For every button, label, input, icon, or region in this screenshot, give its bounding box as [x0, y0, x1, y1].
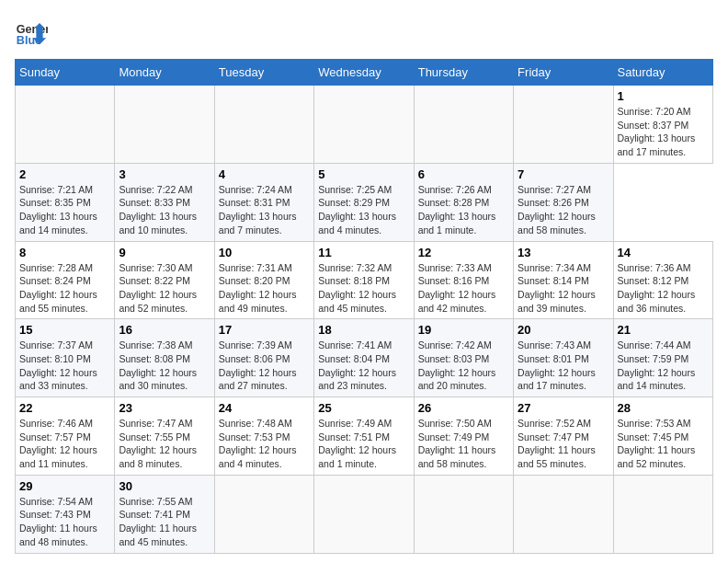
day-number: 4	[219, 167, 310, 181]
calendar-day-cell: 21Sunrise: 7:44 AMSunset: 7:59 PMDayligh…	[613, 319, 712, 397]
day-info: Sunrise: 7:22 AMSunset: 8:33 PMDaylight:…	[119, 183, 210, 237]
calendar-day-cell: 1Sunrise: 7:20 AMSunset: 8:37 PMDaylight…	[613, 86, 712, 164]
day-number: 1	[618, 89, 709, 103]
day-number: 3	[119, 167, 210, 181]
day-info: Sunrise: 7:42 AMSunset: 8:03 PMDaylight:…	[418, 339, 509, 393]
logo: General Blue	[15, 15, 48, 48]
day-number: 8	[19, 246, 110, 259]
calendar-day-cell: 28Sunrise: 7:53 AMSunset: 7:45 PMDayligh…	[613, 397, 712, 476]
day-info: Sunrise: 7:47 AMSunset: 7:55 PMDaylight:…	[119, 417, 210, 471]
calendar-day-cell: 16Sunrise: 7:38 AMSunset: 8:08 PMDayligh…	[115, 319, 214, 397]
day-info: Sunrise: 7:54 AMSunset: 7:43 PMDaylight:…	[19, 495, 110, 549]
day-info: Sunrise: 7:20 AMSunset: 8:37 PMDaylight:…	[618, 105, 709, 159]
calendar-day-cell: 3Sunrise: 7:22 AMSunset: 8:33 PMDaylight…	[115, 163, 214, 241]
calendar-header-tuesday: Tuesday	[214, 60, 313, 86]
calendar-week-row: 1Sunrise: 7:20 AMSunset: 8:37 PMDaylight…	[16, 86, 713, 164]
calendar-day-cell: 24Sunrise: 7:48 AMSunset: 7:53 PMDayligh…	[214, 397, 313, 476]
calendar-day-cell: 27Sunrise: 7:52 AMSunset: 7:47 PMDayligh…	[514, 397, 613, 476]
day-info: Sunrise: 7:28 AMSunset: 8:24 PMDaylight:…	[19, 261, 110, 316]
calendar-day-cell: 18Sunrise: 7:41 AMSunset: 8:04 PMDayligh…	[314, 319, 414, 397]
calendar-header-thursday: Thursday	[414, 60, 513, 86]
day-number: 18	[318, 323, 409, 337]
day-number: 6	[418, 167, 509, 181]
day-number: 25	[318, 401, 409, 415]
calendar-week-row: 29Sunrise: 7:54 AMSunset: 7:43 PMDayligh…	[16, 475, 713, 553]
day-number: 14	[618, 246, 709, 259]
day-number: 26	[418, 401, 509, 415]
day-info: Sunrise: 7:32 AMSunset: 8:18 PMDaylight:…	[318, 261, 409, 316]
day-info: Sunrise: 7:21 AMSunset: 8:35 PMDaylight:…	[19, 183, 110, 237]
day-number: 22	[19, 401, 110, 415]
day-number: 23	[119, 401, 210, 415]
day-info: Sunrise: 7:34 AMSunset: 8:14 PMDaylight:…	[518, 261, 609, 316]
empty-cell	[414, 86, 513, 164]
empty-cell	[16, 86, 115, 164]
calendar-day-cell: 12Sunrise: 7:33 AMSunset: 8:16 PMDayligh…	[414, 241, 513, 319]
day-info: Sunrise: 7:24 AMSunset: 8:31 PMDaylight:…	[219, 183, 310, 237]
empty-cell	[314, 86, 414, 164]
day-number: 28	[618, 401, 709, 415]
calendar-week-row: 22Sunrise: 7:46 AMSunset: 7:57 PMDayligh…	[16, 397, 713, 476]
calendar-table: SundayMondayTuesdayWednesdayThursdayFrid…	[15, 59, 713, 554]
day-info: Sunrise: 7:33 AMSunset: 8:16 PMDaylight:…	[418, 261, 509, 316]
day-number: 10	[219, 246, 310, 259]
calendar-header-wednesday: Wednesday	[314, 60, 414, 86]
day-info: Sunrise: 7:31 AMSunset: 8:20 PMDaylight:…	[219, 261, 310, 316]
calendar-day-cell: 29Sunrise: 7:54 AMSunset: 7:43 PMDayligh…	[16, 475, 115, 553]
calendar-header-friday: Friday	[514, 60, 613, 86]
empty-cell	[115, 86, 214, 164]
day-info: Sunrise: 7:25 AMSunset: 8:29 PMDaylight:…	[318, 183, 409, 237]
day-info: Sunrise: 7:39 AMSunset: 8:06 PMDaylight:…	[219, 339, 310, 393]
day-info: Sunrise: 7:26 AMSunset: 8:28 PMDaylight:…	[418, 183, 509, 237]
day-info: Sunrise: 7:43 AMSunset: 8:01 PMDaylight:…	[518, 339, 609, 393]
logo-icon: General Blue	[15, 15, 48, 48]
day-info: Sunrise: 7:30 AMSunset: 8:22 PMDaylight:…	[119, 261, 210, 316]
empty-cell	[214, 86, 313, 164]
calendar-day-cell: 14Sunrise: 7:36 AMSunset: 8:12 PMDayligh…	[613, 241, 712, 319]
calendar-day-cell: 2Sunrise: 7:21 AMSunset: 8:35 PMDaylight…	[16, 163, 115, 241]
calendar-day-cell: 23Sunrise: 7:47 AMSunset: 7:55 PMDayligh…	[115, 397, 214, 476]
day-number: 12	[418, 246, 509, 259]
calendar-day-cell: 4Sunrise: 7:24 AMSunset: 8:31 PMDaylight…	[214, 163, 313, 241]
calendar-day-cell: 8Sunrise: 7:28 AMSunset: 8:24 PMDaylight…	[16, 241, 115, 319]
empty-cell	[414, 475, 513, 553]
calendar-day-cell: 13Sunrise: 7:34 AMSunset: 8:14 PMDayligh…	[514, 241, 613, 319]
day-number: 15	[19, 323, 110, 337]
calendar-day-cell: 19Sunrise: 7:42 AMSunset: 8:03 PMDayligh…	[414, 319, 513, 397]
day-info: Sunrise: 7:52 AMSunset: 7:47 PMDaylight:…	[518, 417, 609, 471]
calendar-day-cell: 6Sunrise: 7:26 AMSunset: 8:28 PMDaylight…	[414, 163, 513, 241]
empty-cell	[514, 475, 613, 553]
day-number: 19	[418, 323, 509, 337]
calendar-header-sunday: Sunday	[16, 60, 115, 86]
calendar-day-cell: 20Sunrise: 7:43 AMSunset: 8:01 PMDayligh…	[514, 319, 613, 397]
day-number: 20	[518, 323, 609, 337]
day-info: Sunrise: 7:55 AMSunset: 7:41 PMDaylight:…	[119, 495, 210, 549]
calendar-day-cell: 30Sunrise: 7:55 AMSunset: 7:41 PMDayligh…	[115, 475, 214, 553]
day-info: Sunrise: 7:44 AMSunset: 7:59 PMDaylight:…	[618, 339, 709, 393]
calendar-day-cell: 10Sunrise: 7:31 AMSunset: 8:20 PMDayligh…	[214, 241, 313, 319]
calendar-week-row: 2Sunrise: 7:21 AMSunset: 8:35 PMDaylight…	[16, 163, 713, 241]
day-number: 24	[219, 401, 310, 415]
day-info: Sunrise: 7:53 AMSunset: 7:45 PMDaylight:…	[618, 417, 709, 471]
empty-cell	[514, 86, 613, 164]
day-number: 17	[219, 323, 310, 337]
page-header: General Blue	[15, 15, 713, 48]
day-info: Sunrise: 7:27 AMSunset: 8:26 PMDaylight:…	[518, 183, 609, 237]
day-info: Sunrise: 7:46 AMSunset: 7:57 PMDaylight:…	[19, 417, 110, 471]
day-number: 13	[518, 246, 609, 259]
calendar-day-cell: 5Sunrise: 7:25 AMSunset: 8:29 PMDaylight…	[314, 163, 414, 241]
day-info: Sunrise: 7:49 AMSunset: 7:51 PMDaylight:…	[318, 417, 409, 471]
day-number: 21	[618, 323, 709, 337]
calendar-header-row: SundayMondayTuesdayWednesdayThursdayFrid…	[16, 60, 713, 86]
day-number: 2	[19, 167, 110, 181]
calendar-day-cell: 15Sunrise: 7:37 AMSunset: 8:10 PMDayligh…	[16, 319, 115, 397]
empty-cell	[613, 475, 712, 553]
calendar-day-cell: 11Sunrise: 7:32 AMSunset: 8:18 PMDayligh…	[314, 241, 414, 319]
empty-cell	[314, 475, 414, 553]
day-number: 9	[119, 246, 210, 259]
day-number: 27	[518, 401, 609, 415]
day-number: 29	[19, 479, 110, 493]
day-info: Sunrise: 7:50 AMSunset: 7:49 PMDaylight:…	[418, 417, 509, 471]
day-info: Sunrise: 7:37 AMSunset: 8:10 PMDaylight:…	[19, 339, 110, 393]
calendar-day-cell: 17Sunrise: 7:39 AMSunset: 8:06 PMDayligh…	[214, 319, 313, 397]
